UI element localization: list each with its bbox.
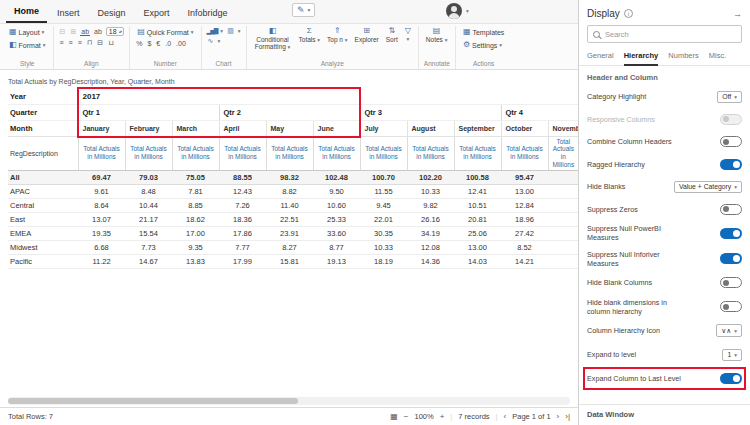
templates-button[interactable]: ▦Templates	[461, 27, 506, 37]
setting-toggle[interactable]	[720, 159, 742, 170]
align-top-icon[interactable]: ⊓	[86, 39, 93, 46]
bar-chart-icon[interactable]: ▂▅▇	[207, 28, 218, 34]
panel-tab-general[interactable]: General	[587, 49, 614, 65]
align-middle-icon[interactable]: ⊟	[96, 39, 104, 46]
expand-panel-icon[interactable]: →	[733, 9, 742, 19]
tab-design[interactable]: Design	[90, 3, 134, 23]
setting-toggle[interactable]	[720, 136, 742, 147]
wrap-text-icon[interactable]: ab	[80, 28, 90, 36]
explorer-button[interactable]: ⊞Explorer	[353, 27, 381, 43]
quarter-cell-qtr-3[interactable]: Qtr 3	[360, 104, 501, 120]
spinner-icon[interactable]: ▴▾	[119, 29, 122, 34]
month-cell-october[interactable]: October	[501, 120, 548, 136]
decrease-decimal-button[interactable]: .0	[164, 40, 172, 47]
conditional-formatting-button[interactable]: ◧Conditional Formatting ▾	[252, 27, 294, 50]
panel-tab-numbers[interactable]: Numbers	[668, 49, 698, 65]
month-cell-july[interactable]: July	[360, 120, 407, 136]
measure-header: Total Actuals in Millions	[313, 136, 360, 170]
setting-toggle[interactable]	[720, 301, 742, 312]
panel-tab-misc[interactable]: Misc.	[709, 49, 727, 65]
avatar-chevron-icon[interactable]: ▾	[466, 8, 469, 14]
ribbon-group-annotate: ▤Notes ▾ Annotate	[419, 26, 456, 69]
data-cell: 11.40	[266, 198, 313, 212]
totals-button[interactable]: ΣTotals ▾	[297, 27, 323, 43]
percent-format-button[interactable]: %	[135, 40, 143, 47]
setting-toggle[interactable]	[720, 277, 742, 288]
scrollbar-thumb[interactable]	[8, 398, 298, 404]
grid-settings-icon[interactable]: ▦	[390, 412, 398, 421]
month-cell-january[interactable]: January	[78, 120, 125, 136]
info-icon[interactable]: i	[624, 9, 633, 18]
search-input[interactable]	[605, 30, 736, 39]
zoom-in-button[interactable]: +	[440, 412, 445, 421]
notes-button[interactable]: ▤Notes ▾	[424, 27, 450, 43]
quick-format-button[interactable]: ▤Quick Format▾	[135, 27, 195, 37]
line-chart-icon[interactable]: ∿	[207, 37, 215, 44]
tab-export[interactable]: Export	[136, 3, 178, 23]
setting-toggle[interactable]	[720, 228, 742, 239]
settings-button[interactable]: ⚙Settings▾	[461, 40, 506, 50]
setting-toggle[interactable]	[720, 204, 742, 215]
measure-header: Total Actuals in Millions	[407, 136, 454, 170]
setting-label: Suppress Null Inforiver Measures	[587, 250, 687, 268]
month-cell-august[interactable]: August	[407, 120, 454, 136]
row-header[interactable]: Central	[8, 198, 78, 212]
month-cell-june[interactable]: June	[313, 120, 360, 136]
quarter-cell-qtr-2[interactable]: Qtr 2	[219, 104, 360, 120]
quarter-cell-qtr-1[interactable]: Qtr 1	[78, 104, 219, 120]
panel-tab-hierarchy[interactable]: Hierarchy	[624, 49, 659, 66]
row-header[interactable]: Midwest	[8, 240, 78, 254]
horizontal-scrollbar[interactable]	[8, 397, 570, 405]
data-cell: 20.81	[454, 212, 501, 226]
year-value[interactable]: 2017	[78, 89, 578, 104]
data-cell: 13.00	[501, 184, 548, 198]
section-data-window[interactable]: Data Window	[579, 404, 750, 425]
unmerge-cells-icon[interactable]: ⊞	[69, 28, 77, 35]
last-page-button[interactable]: ›|	[565, 412, 570, 421]
month-cell-march[interactable]: March	[172, 120, 219, 136]
align-right-icon[interactable]: ≡	[77, 39, 83, 46]
row-header[interactable]: APAC	[8, 184, 78, 198]
month-cell-april[interactable]: April	[219, 120, 266, 136]
next-page-button[interactable]: ›	[557, 412, 560, 421]
prev-page-button[interactable]: ‹	[504, 412, 507, 421]
layout-button[interactable]: ▦Layout▾	[7, 27, 48, 37]
currency-euro-button[interactable]: €	[155, 40, 161, 47]
row-header[interactable]: Pacific	[8, 254, 78, 268]
currency-dollar-button[interactable]: $	[146, 40, 152, 47]
filter-button[interactable]: ▽▾	[403, 27, 413, 42]
row-header[interactable]: East	[8, 212, 78, 226]
font-size-input[interactable]: 18▴▾	[106, 27, 124, 36]
align-bottom-icon[interactable]: ⊔	[107, 39, 114, 46]
setting-dropdown[interactable]: 1▾	[722, 349, 742, 361]
user-avatar[interactable]	[446, 3, 462, 19]
tab-infobridge[interactable]: Infobridge	[180, 3, 236, 23]
setting-dropdown[interactable]: ∨∧▾	[716, 324, 742, 337]
sort-button[interactable]: ⇅Sort	[384, 27, 400, 43]
top-n-button[interactable]: ⇑Top n ▾	[325, 27, 349, 43]
align-left-icon[interactable]: ≡	[59, 39, 65, 46]
measure-header: Total Actuals in Millions	[219, 136, 266, 170]
setting-dropdown[interactable]: Value + Category▾	[674, 181, 742, 193]
zoom-out-button[interactable]: −	[404, 412, 409, 421]
overflow-text-icon[interactable]: ab	[93, 28, 103, 35]
row-header[interactable]: EMEA	[8, 226, 78, 240]
month-cell-november[interactable]: November	[548, 120, 578, 136]
combo-chart-icon[interactable]: ▥	[226, 27, 235, 34]
row-header[interactable]: All	[8, 170, 78, 184]
data-cell: 10.60	[313, 198, 360, 212]
setting-dropdown[interactable]: Off▾	[717, 91, 742, 103]
edit-mode-button[interactable]: ✎▾	[292, 3, 315, 17]
tab-home[interactable]: Home	[6, 1, 47, 23]
month-cell-february[interactable]: February	[125, 120, 172, 136]
quarter-cell-qtr-4[interactable]: Qtr 4	[501, 104, 578, 120]
increase-decimal-button[interactable]: .00	[175, 40, 187, 47]
format-button[interactable]: ◧Format▾	[7, 40, 48, 50]
month-cell-may[interactable]: May	[266, 120, 313, 136]
merge-cells-icon[interactable]: ⊟	[59, 28, 67, 35]
month-cell-september[interactable]: September	[454, 120, 501, 136]
align-center-icon[interactable]: ≡	[68, 39, 74, 46]
tab-insert[interactable]: Insert	[49, 3, 88, 23]
setting-toggle[interactable]	[720, 373, 742, 384]
setting-toggle[interactable]	[720, 253, 742, 264]
